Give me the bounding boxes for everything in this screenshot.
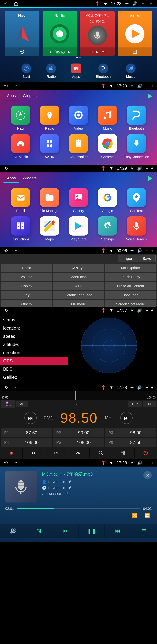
app-voicesearch[interactable]: Voice Search (123, 216, 150, 241)
sat-bds[interactable]: BDS (0, 365, 68, 373)
setting-lang[interactable]: Default Language (53, 291, 104, 299)
app-chrome[interactable]: Chrome (94, 134, 121, 159)
pause-button[interactable]: ❚❚ (78, 524, 105, 538)
tab-apps[interactable]: Apps (4, 174, 19, 183)
app-easyconnection[interactable]: EasyConnection (123, 134, 150, 159)
app-gallery[interactable]: Gallery (65, 188, 92, 213)
setting-cantype[interactable]: CAN Type (53, 264, 104, 272)
shuffle-icon[interactable]: 🔀 (132, 513, 138, 518)
setting-menuicon[interactable]: Menu Icon (53, 273, 104, 281)
prev-icon[interactable]: ◀ (49, 50, 51, 54)
play-store-icon[interactable] (146, 175, 154, 182)
app-filemanager[interactable]: File Manager (36, 188, 63, 213)
save-button[interactable]: Save (138, 255, 156, 262)
home-icon[interactable] (14, 1, 18, 6)
setting-erase[interactable]: Erase All Content (105, 282, 156, 290)
back-icon[interactable]: ⟲ (4, 166, 8, 171)
eq-button[interactable] (112, 448, 135, 458)
dock-navi[interactable]: Navi (22, 64, 31, 79)
home-icon[interactable]: ⌂ (14, 84, 18, 88)
preset-2[interactable]: P290.00 (53, 428, 104, 437)
app-music[interactable]: Music (94, 106, 121, 130)
next-track-icon[interactable]: ⏭ (102, 50, 105, 54)
sat-galileo[interactable]: Galileo (0, 373, 68, 382)
app-google[interactable]: Google (94, 188, 121, 213)
progress-bar[interactable] (18, 508, 140, 509)
fm-button[interactable]: FM (45, 448, 67, 458)
minus-icon[interactable]: − (140, 1, 146, 6)
dock-apps[interactable]: E5Apps (71, 64, 81, 79)
ta-button[interactable]: TA (144, 401, 156, 407)
app-playstore[interactable]: Play Store (65, 216, 92, 241)
home-icon[interactable]: ⌂ (14, 460, 18, 465)
sat-gps[interactable]: GPS (0, 357, 68, 365)
scan-button[interactable]: ⋈ (22, 448, 45, 458)
freq-dial[interactable]: 87.50 108.00 (0, 391, 157, 400)
seek-up-button[interactable]: ⏭ (120, 412, 132, 424)
app-radio[interactable]: Radio (36, 106, 63, 130)
pty-button[interactable]: PTY (128, 401, 142, 407)
preset-4[interactable]: P4106.00 (1, 438, 52, 447)
setting-bootlogo[interactable]: Boot Logo (105, 291, 156, 299)
back-icon[interactable]: ⟲ (4, 460, 8, 465)
dock-radio[interactable]: Radio (46, 64, 56, 79)
next-icon[interactable]: ▶ (68, 50, 70, 54)
tab-widgets[interactable]: Widgets (19, 92, 40, 100)
preset-1[interactable]: P187.50 (1, 428, 52, 437)
next-button[interactable]: ⏭ (105, 524, 131, 538)
setting-key[interactable]: Key (1, 291, 52, 299)
preset-5[interactable]: P5108.00 (53, 438, 104, 447)
home-icon[interactable]: ⌂ (14, 248, 18, 253)
dock-music[interactable]: Music (126, 64, 136, 79)
app-video[interactable]: Video (65, 106, 92, 130)
home-icon[interactable]: ⌂ (14, 166, 18, 171)
am-button[interactable]: AM (67, 448, 90, 458)
mute-button[interactable]: 🔊 (0, 524, 26, 538)
card-video[interactable]: Video (118, 11, 152, 56)
search-button[interactable] (90, 448, 112, 458)
preset-6[interactable]: P687.50 (105, 438, 156, 447)
close-button[interactable]: ✕ (144, 471, 152, 480)
card-music[interactable]: MC水公主 - 7... 01:43/04:02 ⏮ ▶ ⏭ (80, 11, 114, 56)
back-icon[interactable]: ⟲ (4, 84, 8, 88)
playlist-button[interactable] (131, 524, 157, 538)
tab-apps[interactable]: Apps (4, 92, 19, 100)
plus-icon[interactable]: + (149, 1, 154, 6)
home-icon[interactable]: ⌂ (14, 385, 18, 390)
repeat-icon[interactable]: 🔁 (144, 513, 150, 518)
app-apkinstaller[interactable]: ApkInstaller (65, 134, 92, 159)
list-icon[interactable] (132, 50, 137, 54)
setting-touchstudy[interactable]: Touch Study (105, 273, 156, 281)
app-maps[interactable]: Maps (36, 216, 63, 241)
setting-mcu[interactable]: Mcu Update (105, 264, 156, 272)
back-icon[interactable]: ⟲ (4, 308, 8, 313)
location-icon[interactable] (20, 50, 24, 54)
preset-3[interactable]: P398.00 (105, 428, 156, 437)
setting-volume[interactable]: Volume (1, 273, 52, 281)
app-instructions[interactable]: Instructions (7, 216, 34, 241)
import-button[interactable]: Import (118, 255, 138, 262)
app-settings[interactable]: Settings (94, 216, 121, 241)
setting-radio[interactable]: Radio (1, 264, 52, 272)
play-store-icon[interactable] (146, 93, 154, 100)
card-navi[interactable]: Navi (5, 11, 40, 56)
dock-bluetooth[interactable]: Bluetooth (96, 64, 111, 79)
prev-button[interactable]: ⏮ (52, 524, 78, 538)
tab-widgets[interactable]: Widgets (19, 174, 40, 183)
mute-button[interactable]: 🔇 (0, 448, 22, 458)
setting-atv[interactable]: ATV (53, 282, 104, 290)
app-email[interactable]: Email (7, 188, 34, 213)
brightness-icon[interactable]: ☀ (130, 84, 134, 88)
app-bluetooth[interactable]: Bluetooth (123, 106, 150, 130)
back-icon[interactable]: ⟲ (4, 385, 8, 390)
app-navi[interactable]: Navi (7, 106, 34, 130)
rds-button[interactable]: ♒RDS (2, 400, 15, 408)
eq-button[interactable] (26, 524, 52, 538)
seek-down-button[interactable]: ⏮ (24, 412, 37, 424)
app-avin[interactable]: AV_IN (36, 134, 63, 159)
af-button[interactable]: AF (16, 401, 28, 407)
prev-track-icon[interactable]: ⏮ (90, 50, 93, 54)
volume-icon[interactable]: 🔊 (137, 84, 142, 88)
back-icon[interactable]: ⟲ (4, 248, 8, 253)
card-radio[interactable]: Radio ◀ BAND ▶ (42, 11, 77, 56)
